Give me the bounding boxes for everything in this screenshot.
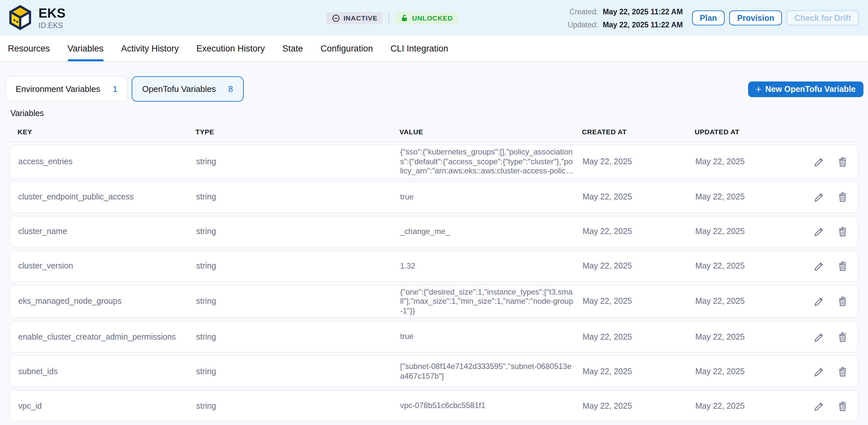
page-title: EKS [38,6,65,21]
tab-state[interactable]: State [282,36,303,61]
status-badge: INACTIVE [327,12,382,24]
variable-value: {"one":{"desired_size":1,"instance_types… [400,287,583,315]
variable-updated-at: May 22, 2025 [695,227,790,236]
table-row: eks_managed_node_groups string {"one":{"… [10,284,858,318]
edit-variable-button[interactable] [813,365,825,377]
variable-updated-at: May 22, 2025 [695,401,790,410]
tab-variables[interactable]: Variables [67,36,103,61]
edit-variable-button[interactable] [813,225,825,237]
created-value: May 22, 2025 11:22 AM [603,7,683,15]
variable-value: 1.32 [400,262,583,271]
timestamps: Created: May 22, 2025 11:22 AM Updated: … [567,7,683,28]
tab-configuration[interactable]: Configuration [320,36,373,61]
variable-value: vpc-078b51c6cbc5581f1 [400,401,583,411]
variable-type: string [196,401,400,410]
title-block: EKS ID:EKS [38,6,65,29]
variable-created-at: May 22, 2025 [583,227,695,236]
row-actions [790,365,850,377]
variable-value: true [400,332,583,341]
row-actions [790,225,850,237]
table-row: vpc_id string vpc-078b51c6cbc5581f1 May … [10,390,858,422]
tab-bar: Resources Variables Activity History Exe… [0,36,868,62]
variable-updated-at: May 22, 2025 [695,157,790,166]
edit-variable-button[interactable] [813,331,825,342]
new-opentofu-variable-button[interactable]: + New OpenTofu Variable [748,81,863,97]
page-subtitle: ID:EKS [38,22,65,29]
delete-variable-button[interactable] [837,260,848,272]
edit-variable-button[interactable] [813,191,825,203]
header-right: Created: May 22, 2025 11:22 AM Updated: … [567,7,859,28]
row-actions [790,296,850,307]
status-badges: INACTIVE UNLOCKED [327,12,458,24]
delete-variable-button[interactable] [837,296,848,307]
subtab-environment-label: Environment Variables [16,84,100,94]
subtab-environment-count: 1 [113,84,117,94]
variable-key: cluster_name [18,227,196,236]
section-title: Variables [10,109,868,118]
variable-updated-at: May 22, 2025 [695,262,790,271]
subtab-opentofu-count: 8 [228,84,233,94]
delete-variable-button[interactable] [837,156,848,168]
edit-variable-button[interactable] [813,260,825,272]
table-row: access_entries string {"sso":{"kubernete… [10,145,858,178]
delete-variable-button[interactable] [837,191,848,203]
tab-execution-history[interactable]: Execution History [196,36,265,61]
table-row: cluster_name string _change_me_ May 22, … [10,215,858,247]
column-key: KEY [18,128,195,135]
variable-key: access_entries [18,157,196,166]
table-row: enable_cluster_creator_admin_permissions… [10,321,858,353]
variable-key: enable_cluster_creator_admin_permissions [18,332,196,341]
row-actions [790,331,850,342]
variable-created-at: May 22, 2025 [583,192,695,202]
column-value: VALUE [400,128,582,135]
variable-type: string [196,367,400,376]
edit-variable-button[interactable] [813,296,825,307]
badge-divider [389,13,390,23]
table-header: KEY TYPE VALUE CREATED AT UPDATED AT [10,124,858,142]
variables-table: KEY TYPE VALUE CREATED AT UPDATED AT acc… [10,124,858,422]
subtab-opentofu-label: OpenTofu Variables [142,84,216,94]
variable-key: cluster_endpoint_public_access [18,192,196,202]
subtab-environment-variables[interactable]: Environment Variables 1 [5,76,128,102]
variable-type: string [196,332,400,341]
delete-variable-button[interactable] [837,365,848,377]
variable-created-at: May 22, 2025 [583,297,695,306]
status-badge-label: INACTIVE [343,14,377,22]
delete-variable-button[interactable] [837,400,848,412]
updated-label: Updated: [567,21,598,28]
tab-activity-history[interactable]: Activity History [121,36,179,61]
variable-key: subnet_ids [18,367,196,376]
column-type: TYPE [195,128,400,135]
lock-badge: UNLOCKED [395,12,458,24]
plan-button[interactable]: Plan [692,10,725,25]
variable-created-at: May 22, 2025 [583,332,695,341]
variable-key: vpc_id [18,401,196,410]
updated-value: May 22, 2025 11:22 AM [603,21,683,28]
variable-type: string [196,157,400,166]
delete-variable-button[interactable] [837,331,848,342]
edit-variable-button[interactable] [813,156,825,168]
check-for-drift-button[interactable]: Check for Drift [786,10,859,25]
variable-type: string [196,297,400,306]
variable-type: string [196,227,400,236]
variable-updated-at: May 22, 2025 [695,332,790,341]
provision-button[interactable]: Provision [729,10,782,25]
table-row: cluster_endpoint_public_access string tr… [10,181,858,213]
lock-badge-label: UNLOCKED [412,14,453,22]
variable-key: eks_managed_node_groups [18,297,196,306]
variable-value: _change_me_ [400,227,583,236]
edit-variable-button[interactable] [813,400,825,412]
tab-cli-integration[interactable]: CLI Integration [390,36,448,61]
tab-resources[interactable]: Resources [8,36,50,61]
variable-type: string [196,262,400,271]
variable-type: string [196,192,400,202]
circle-minus-icon [332,14,340,22]
subtab-opentofu-variables[interactable]: OpenTofu Variables 8 [132,76,243,102]
row-actions [790,191,850,203]
row-actions [790,156,850,168]
column-created-at: CREATED AT [582,128,695,135]
variable-value: {"sso":{"kubernetes_groups":[],"policy_a… [400,147,583,176]
variable-updated-at: May 22, 2025 [695,297,790,306]
variable-value: ["subnet-08f14e7142d333595","subnet-0680… [400,362,583,381]
delete-variable-button[interactable] [837,225,848,237]
